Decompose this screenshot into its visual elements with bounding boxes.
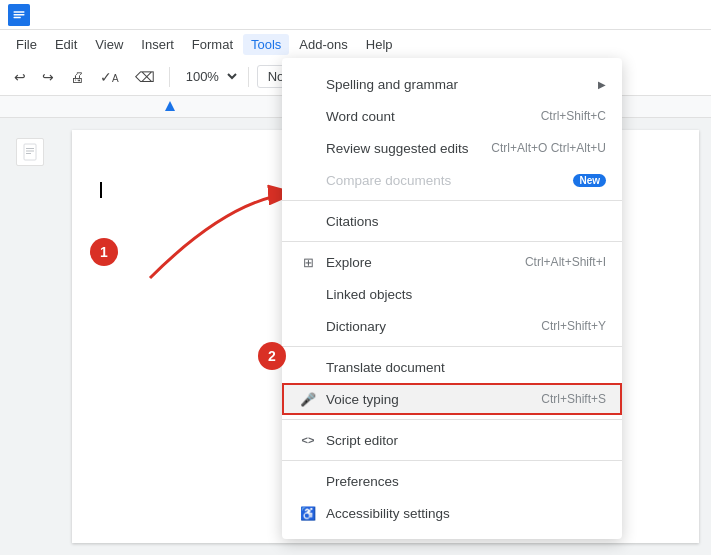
menu-bar: File Edit View Insert Format Tools Add-o… — [0, 30, 711, 58]
wordcount-shortcut: Ctrl+Shift+C — [541, 109, 606, 123]
zoom-selector[interactable]: 100% — [178, 66, 240, 87]
menu-scripteditor[interactable]: <> Script editor — [282, 424, 622, 456]
svg-rect-1 — [14, 11, 25, 12]
translate-label: Translate document — [326, 360, 606, 375]
svg-rect-4 — [24, 144, 36, 160]
doc-icon — [16, 138, 44, 166]
citations-label: Citations — [326, 214, 606, 229]
menu-spelling[interactable]: Spelling and grammar — [282, 68, 622, 100]
voicetyping-icon: 🎤 — [298, 392, 318, 407]
accessibility-icon: ♿ — [298, 506, 318, 521]
menu-file[interactable]: File — [8, 34, 45, 55]
wordcount-label: Word count — [326, 109, 525, 124]
svg-rect-6 — [26, 151, 34, 152]
left-panel — [0, 118, 60, 555]
svg-rect-3 — [14, 16, 21, 17]
menu-addons[interactable]: Add-ons — [291, 34, 355, 55]
svg-rect-2 — [14, 14, 25, 15]
menu-section-1: Spelling and grammar Word count Ctrl+Shi… — [282, 64, 622, 201]
voicetyping-label: Voice typing — [326, 392, 525, 407]
menu-wordcount[interactable]: Word count Ctrl+Shift+C — [282, 100, 622, 132]
print-button[interactable]: 🖨 — [64, 65, 90, 89]
spelling-label: Spelling and grammar — [326, 77, 590, 92]
menu-explore[interactable]: ⊞ Explore Ctrl+Alt+Shift+I — [282, 246, 622, 278]
dictionary-label: Dictionary — [326, 319, 525, 334]
explore-label: Explore — [326, 255, 509, 270]
title-bar — [0, 0, 711, 30]
redo-button[interactable]: ↪ — [36, 65, 60, 89]
explore-shortcut: Ctrl+Alt+Shift+I — [525, 255, 606, 269]
menu-translate[interactable]: Translate document — [282, 351, 622, 383]
preferences-label: Preferences — [326, 474, 606, 489]
text-cursor — [100, 182, 102, 198]
compare-label: Compare documents — [326, 173, 565, 188]
menu-voicetyping[interactable]: 🎤 Voice typing Ctrl+Shift+S — [282, 383, 622, 415]
explore-icon: ⊞ — [298, 255, 318, 270]
google-docs-icon — [8, 4, 30, 26]
review-label: Review suggested edits — [326, 141, 475, 156]
menu-edit[interactable]: Edit — [47, 34, 85, 55]
scripteditor-icon: <> — [298, 434, 318, 446]
spellcheck-button[interactable]: ✓A — [94, 65, 125, 89]
menu-insert[interactable]: Insert — [133, 34, 182, 55]
menu-view[interactable]: View — [87, 34, 131, 55]
undo-button[interactable]: ↩ — [8, 65, 32, 89]
menu-tools[interactable]: Tools — [243, 34, 289, 55]
menu-review[interactable]: Review suggested edits Ctrl+Alt+O Ctrl+A… — [282, 132, 622, 164]
menu-section-2: Citations — [282, 201, 622, 242]
menu-citations[interactable]: Citations — [282, 205, 622, 237]
step-2-badge: 2 — [258, 342, 286, 370]
new-badge: New — [573, 174, 606, 187]
linked-label: Linked objects — [326, 287, 606, 302]
menu-compare: Compare documents New — [282, 164, 622, 196]
menu-section-4: Translate document 🎤 Voice typing Ctrl+S… — [282, 347, 622, 420]
step-1-badge: 1 — [90, 238, 118, 266]
menu-dictionary[interactable]: Dictionary Ctrl+Shift+Y — [282, 310, 622, 342]
ruler-marker[interactable] — [165, 101, 175, 111]
scripteditor-label: Script editor — [326, 433, 606, 448]
menu-format[interactable]: Format — [184, 34, 241, 55]
menu-section-6: Preferences ♿ Accessibility settings — [282, 461, 622, 533]
menu-accessibility[interactable]: ♿ Accessibility settings — [282, 497, 622, 529]
menu-section-5: <> Script editor — [282, 420, 622, 461]
svg-rect-5 — [26, 148, 34, 149]
accessibility-label: Accessibility settings — [326, 506, 606, 521]
menu-linked[interactable]: Linked objects — [282, 278, 622, 310]
review-shortcut: Ctrl+Alt+O Ctrl+Alt+U — [491, 141, 606, 155]
paint-button[interactable]: ⌫ — [129, 65, 161, 89]
voicetyping-shortcut: Ctrl+Shift+S — [541, 392, 606, 406]
menu-preferences[interactable]: Preferences — [282, 465, 622, 497]
toolbar-divider-2 — [248, 67, 249, 87]
menu-help[interactable]: Help — [358, 34, 401, 55]
tools-dropdown: Spelling and grammar Word count Ctrl+Shi… — [282, 58, 622, 539]
svg-rect-7 — [26, 153, 31, 154]
menu-section-3: ⊞ Explore Ctrl+Alt+Shift+I Linked object… — [282, 242, 622, 347]
dictionary-shortcut: Ctrl+Shift+Y — [541, 319, 606, 333]
toolbar-divider-1 — [169, 67, 170, 87]
